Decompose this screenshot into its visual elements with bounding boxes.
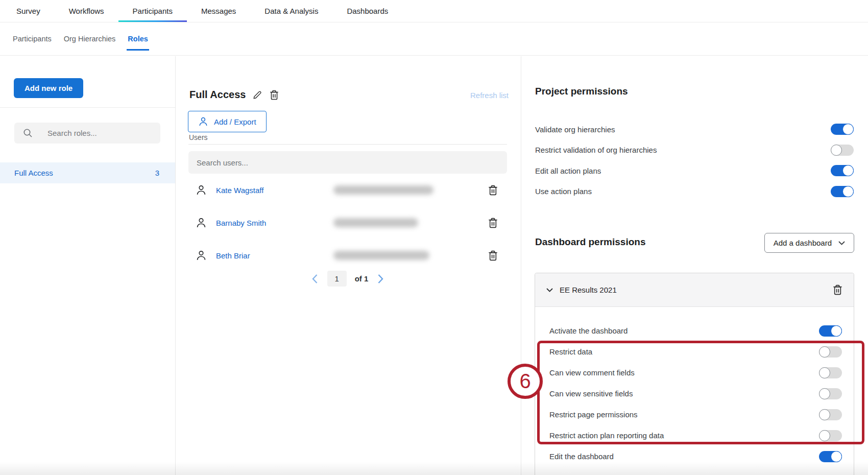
role-user-count: 3 <box>155 169 159 177</box>
perm-row-can-view-sensitive-fields: Can view sensitive fields <box>535 383 854 404</box>
sub-tab-bar: Participants Org Hierarchies Roles <box>0 22 868 56</box>
user-email-redacted <box>333 218 418 227</box>
remove-user-button[interactable] <box>488 250 498 261</box>
chevron-left-icon <box>311 274 318 284</box>
current-page-box[interactable]: 1 <box>327 271 347 287</box>
add-dashboard-dropdown[interactable]: Add a dashboard <box>764 233 854 253</box>
search-icon <box>23 128 33 138</box>
chevron-down-icon <box>546 288 553 292</box>
tab-workflows[interactable]: Workflows <box>55 0 118 22</box>
user-row-barnaby-smith: Barnaby Smith <box>188 206 507 239</box>
dashboard-name: EE Results 2021 <box>560 286 617 294</box>
permissions-panel: Project permissions Validate org hierarc… <box>522 56 868 475</box>
roles-search-input[interactable] <box>47 129 150 137</box>
role-title: Full Access <box>189 89 246 101</box>
toggle-edit-all-action-plans[interactable] <box>831 165 854 176</box>
dashboard-card-ee-results-2021: EE Results 2021 Activate the dashboard R… <box>535 273 854 475</box>
roles-list-panel: Add new role Full Access 3 <box>0 56 176 475</box>
perm-row-restrict-action-plan-reporting-data: Restrict action plan reporting data <box>535 425 854 446</box>
tab-participants[interactable]: Participants <box>118 0 187 22</box>
toggle-restrict-action-plan-reporting-data[interactable] <box>819 430 842 441</box>
user-email-redacted <box>333 185 433 195</box>
dashboard-permissions-title: Dashboard permissions <box>535 236 645 248</box>
toggle-restrict-page-permissions[interactable] <box>819 409 842 420</box>
toggle-restrict-validation[interactable] <box>831 145 854 156</box>
users-section-label: Users <box>189 133 208 141</box>
project-permissions-list: Validate org hierarchies Restrict valida… <box>535 119 854 202</box>
perm-row-edit-all-action-plans: Edit all action plans <box>535 160 854 181</box>
add-export-button[interactable]: Add / Export <box>188 111 267 132</box>
trash-icon <box>488 250 498 261</box>
edit-role-button[interactable] <box>253 90 262 100</box>
perm-row-restrict-page-permissions: Restrict page permissions <box>535 404 854 425</box>
toggle-can-view-comment-fields[interactable] <box>819 367 842 378</box>
role-name: Full Access <box>14 169 53 177</box>
refresh-list-link[interactable]: Refresh list <box>470 91 509 100</box>
page-count-label: of 1 <box>355 274 369 283</box>
person-icon <box>196 184 207 196</box>
content-area: Add new role Full Access 3 Full Access <box>0 56 868 475</box>
perm-row-can-view-comment-fields: Can view comment fields <box>535 362 854 383</box>
user-email-redacted <box>333 251 429 260</box>
dashboard-card-header[interactable]: EE Results 2021 <box>535 273 854 307</box>
main-tab-bar: Survey Workflows Participants Messages D… <box>0 0 868 22</box>
user-name-link[interactable]: Beth Briar <box>216 251 304 260</box>
toggle-use-action-plans[interactable] <box>831 186 854 197</box>
perm-row-edit-the-dashboard: Edit the dashboard <box>535 446 854 467</box>
perm-row-activate-the-dashboard: Activate the dashboard <box>535 320 854 341</box>
tab-dashboards[interactable]: Dashboards <box>332 0 402 22</box>
divider <box>188 144 507 145</box>
toggle-activate-the-dashboard[interactable] <box>819 325 842 337</box>
project-permissions-title: Project permissions <box>535 86 628 97</box>
perm-row-restrict-data: Restrict data <box>535 341 854 362</box>
toggle-can-view-sensitive-fields[interactable] <box>819 388 842 399</box>
add-new-role-button[interactable]: Add new role <box>14 78 83 98</box>
pencil-icon <box>253 90 262 100</box>
users-search-box <box>188 151 507 174</box>
person-icon <box>198 116 208 127</box>
chevron-right-icon <box>377 274 384 284</box>
users-pagination: 1 of 1 <box>188 271 507 287</box>
roles-search-box <box>14 123 160 144</box>
previous-page-button[interactable] <box>310 273 319 285</box>
remove-user-button[interactable] <box>488 218 498 228</box>
subtab-participants[interactable]: Participants <box>12 22 53 55</box>
trash-icon <box>270 90 279 100</box>
subtab-roles[interactable]: Roles <box>127 22 149 55</box>
role-detail-header: Full Access <box>189 89 279 101</box>
trash-icon <box>488 218 498 228</box>
delete-role-button[interactable] <box>270 90 279 100</box>
tab-survey[interactable]: Survey <box>2 0 55 22</box>
trash-icon <box>488 185 498 196</box>
person-icon <box>196 250 207 261</box>
divider <box>0 107 175 108</box>
dashboard-card-body: Activate the dashboard Restrict data Can… <box>535 307 854 467</box>
perm-row-restrict-validation: Restrict validation of org hierarchies <box>535 140 854 161</box>
next-page-button[interactable] <box>376 273 385 285</box>
user-name-link[interactable]: Barnaby Smith <box>216 219 304 227</box>
role-detail-panel: Full Access Refresh list Add / Export Us… <box>176 56 521 475</box>
perm-row-use-action-plans: Use action plans <box>535 181 854 202</box>
delete-dashboard-button[interactable] <box>833 284 842 295</box>
participants-roles-page: Survey Workflows Participants Messages D… <box>0 0 868 475</box>
user-row-kate-wagstaff: Kate Wagstaff <box>188 174 507 206</box>
role-list-item-full-access[interactable]: Full Access 3 <box>0 162 175 183</box>
users-search-input[interactable] <box>197 158 499 167</box>
user-list: Kate Wagstaff Barnaby Smith Be <box>188 174 507 272</box>
toggle-edit-the-dashboard[interactable] <box>819 451 842 462</box>
remove-user-button[interactable] <box>488 185 498 196</box>
user-row-beth-briar: Beth Briar <box>188 239 507 272</box>
trash-icon <box>833 284 842 295</box>
tab-messages[interactable]: Messages <box>187 0 250 22</box>
user-name-link[interactable]: Kate Wagstaff <box>216 186 304 195</box>
toggle-restrict-data[interactable] <box>819 346 842 358</box>
chevron-down-icon <box>838 241 845 245</box>
toggle-validate-org-hierarchies[interactable] <box>831 124 854 135</box>
tab-data-analysis[interactable]: Data & Analysis <box>250 0 332 22</box>
subtab-org-hierarchies[interactable]: Org Hierarchies <box>63 22 117 55</box>
perm-row-validate-org-hierarchies: Validate org hierarchies <box>535 119 854 140</box>
person-icon <box>196 217 207 228</box>
